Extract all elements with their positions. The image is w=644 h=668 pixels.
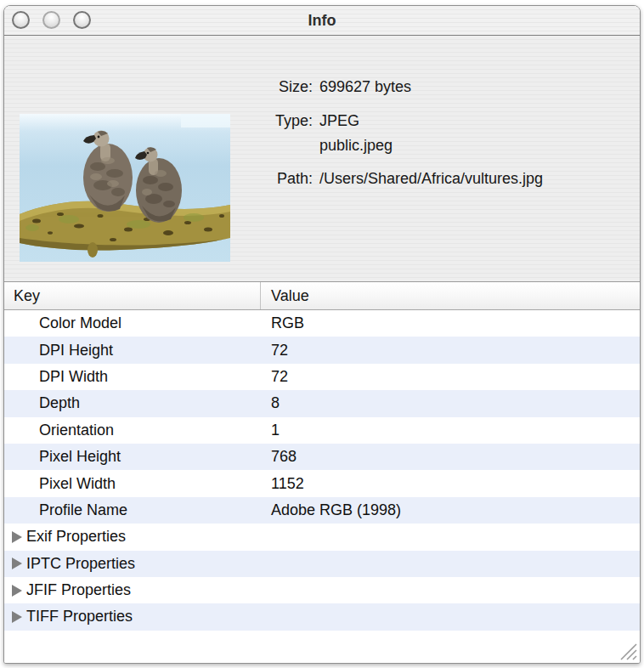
value-cell: 768 [261, 448, 640, 466]
key-cell: Pixel Height [4, 448, 261, 466]
size-label: Size: [222, 78, 313, 96]
table-row-depth[interactable]: Depth 8 [4, 390, 640, 416]
value-cell: 8 [261, 394, 640, 412]
key-cell: Color Model [4, 314, 261, 332]
summary-pane: Size: 699627 bytes Type: JPEG public.jpe… [4, 36, 640, 282]
table-row-dpi-width[interactable]: DPI Width 72 [4, 364, 640, 390]
group-label: Exif Properties [26, 528, 126, 546]
path-value: /Users/Shared/Africa/vultures.jpg [319, 170, 543, 188]
table-row-exif-properties[interactable]: Exif Properties [4, 524, 640, 550]
value-cell: Adobe RGB (1998) [261, 501, 640, 519]
column-header-value[interactable]: Value [261, 282, 640, 309]
table-row-dpi-height[interactable]: DPI Height 72 [4, 337, 640, 363]
table-row-tiff-properties[interactable]: TIFF Properties [4, 603, 640, 630]
resize-grip-icon[interactable] [619, 642, 637, 660]
key-cell: DPI Width [4, 368, 261, 386]
properties-table: Color Model RGB DPI Height 72 DPI Width … [4, 310, 640, 631]
type-value: JPEG [319, 112, 359, 130]
table-header: Key Value [4, 282, 640, 310]
table-row-pixel-width[interactable]: Pixel Width 1152 [4, 470, 640, 496]
group-label: IPTC Properties [26, 555, 135, 573]
key-cell: Pixel Width [4, 475, 261, 493]
key-cell: Depth [4, 394, 261, 412]
value-cell: 72 [261, 368, 640, 386]
disclosure-triangle-icon[interactable] [12, 611, 22, 623]
table-row-orientation[interactable]: Orientation 1 [4, 417, 640, 444]
value-cell: 1 [261, 422, 640, 439]
type-uti-value: public.jpeg [319, 137, 393, 155]
table-row-pixel-height[interactable]: Pixel Height 768 [4, 444, 640, 470]
window-title: Info [4, 12, 640, 30]
table-row-iptc-properties[interactable]: IPTC Properties [4, 551, 640, 577]
info-window: Info [3, 5, 641, 664]
size-value: 699627 bytes [319, 78, 411, 96]
table-row-profile-name[interactable]: Profile Name Adobe RGB (1998) [4, 497, 640, 524]
column-header-key[interactable]: Key [4, 282, 261, 309]
table-empty-area [4, 631, 640, 663]
key-cell: Orientation [4, 422, 261, 439]
value-cell: 1152 [261, 475, 640, 493]
table-row-jfif-properties[interactable]: JFIF Properties [4, 577, 640, 603]
vultures-thumbnail-image [20, 114, 230, 262]
disclosure-triangle-icon[interactable] [12, 585, 22, 597]
title-bar[interactable]: Info [4, 6, 640, 36]
group-label: JFIF Properties [26, 581, 131, 599]
key-cell: DPI Height [4, 342, 261, 359]
key-cell: Profile Name [4, 501, 261, 519]
disclosure-triangle-icon[interactable] [12, 558, 22, 569]
table-row-color-model[interactable]: Color Model RGB [4, 310, 640, 337]
type-label: Type: [222, 112, 313, 130]
path-label: Path: [222, 170, 313, 188]
value-cell: 72 [261, 342, 640, 359]
disclosure-triangle-icon[interactable] [12, 531, 22, 543]
value-cell: RGB [261, 314, 640, 332]
group-label: TIFF Properties [26, 608, 133, 626]
